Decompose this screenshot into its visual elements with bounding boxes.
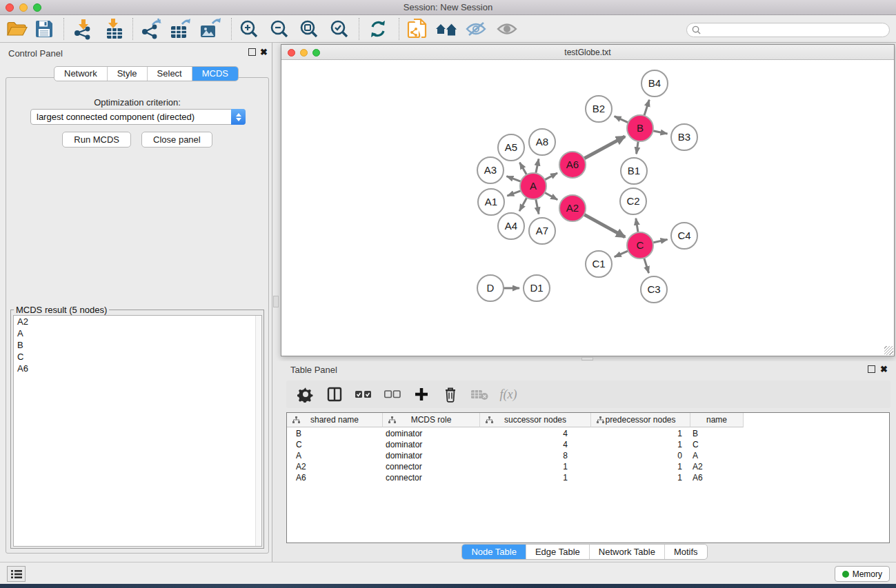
graph-node-A2[interactable]: A2 xyxy=(559,195,586,221)
column-header-MCDS-role[interactable]: MCDS role xyxy=(383,413,480,427)
home-view-button[interactable] xyxy=(434,17,459,41)
edge-B-B1[interactable] xyxy=(637,141,639,154)
search-field[interactable] xyxy=(686,23,890,37)
tab-style[interactable]: Style xyxy=(108,67,148,81)
function-builder-button[interactable]: f(x) xyxy=(499,385,518,404)
table-cell[interactable]: 1 xyxy=(480,472,591,483)
float-panel-button[interactable] xyxy=(248,48,256,56)
zoom-selected-button[interactable] xyxy=(327,17,352,41)
clone-network-button[interactable] xyxy=(405,17,430,41)
table-cell[interactable]: connector xyxy=(383,472,480,483)
zoom-out-button[interactable] xyxy=(267,17,292,41)
column-header-name[interactable]: name xyxy=(690,413,744,427)
save-session-button[interactable] xyxy=(32,17,57,41)
hide-graphics-button[interactable] xyxy=(464,17,488,41)
table-cell[interactable]: 4 xyxy=(480,439,591,450)
edge-A-A3[interactable] xyxy=(506,176,521,182)
column-header-shared-name[interactable]: shared name xyxy=(287,413,383,427)
graph-node-C2[interactable]: C2 xyxy=(620,188,646,214)
memory-button[interactable]: Memory xyxy=(835,566,890,582)
table-cell[interactable]: A2 xyxy=(287,461,383,472)
table-cell[interactable]: A6 xyxy=(287,472,383,483)
edge-B-B2[interactable] xyxy=(615,116,628,123)
window-titlebar[interactable]: Session: New Session xyxy=(0,0,896,15)
tab-mcds[interactable]: MCDS xyxy=(192,67,238,81)
edge-A-A1[interactable] xyxy=(507,191,521,196)
edge-A-A5[interactable] xyxy=(519,163,526,175)
close-panel-icon[interactable]: ✖ xyxy=(260,47,268,57)
edge-B-B3[interactable] xyxy=(653,131,668,134)
tab-network-table[interactable]: Network Table xyxy=(590,545,665,559)
tab-select[interactable]: Select xyxy=(148,67,192,81)
criterion-dropdown[interactable]: largest connected component (directed) xyxy=(30,109,246,125)
graph-node-A7[interactable]: A7 xyxy=(529,218,555,244)
export-network-button[interactable] xyxy=(139,17,163,41)
graph-node-C3[interactable]: C3 xyxy=(641,276,667,303)
tab-motifs[interactable]: Motifs xyxy=(665,545,707,559)
show-columns-button[interactable] xyxy=(325,385,344,404)
edge-A2-C[interactable] xyxy=(584,214,625,237)
unselect-all-columns-button[interactable] xyxy=(383,385,402,404)
vertical-split-grip[interactable] xyxy=(273,296,279,307)
edge-A-A4[interactable] xyxy=(519,198,527,211)
edge-B-B4[interactable] xyxy=(644,100,649,116)
table-row[interactable]: Bdominator41B xyxy=(287,428,889,439)
table-settings-button[interactable] xyxy=(296,385,315,404)
task-history-button[interactable] xyxy=(7,566,26,582)
table-cell[interactable]: 1 xyxy=(591,439,690,450)
result-list-item[interactable]: A xyxy=(14,327,261,339)
table-cell[interactable]: B xyxy=(690,428,744,439)
network-minimize-button[interactable] xyxy=(300,49,308,57)
network-close-button[interactable] xyxy=(288,49,295,57)
table-cell[interactable]: 4 xyxy=(480,428,591,439)
graph-node-B2[interactable]: B2 xyxy=(586,96,612,122)
table-cell[interactable]: dominator xyxy=(383,428,480,439)
search-input[interactable] xyxy=(704,26,883,35)
close-panel-button[interactable]: Close panel xyxy=(141,132,212,148)
graph-node-B4[interactable]: B4 xyxy=(641,70,668,97)
graph-node-C1[interactable]: C1 xyxy=(586,251,612,277)
table-row[interactable]: Adominator80A xyxy=(287,450,889,461)
network-zoom-button[interactable] xyxy=(312,49,320,57)
table-cell[interactable]: C xyxy=(287,439,383,450)
edge-A6-B[interactable] xyxy=(584,136,625,159)
table-cell[interactable]: A xyxy=(690,450,744,461)
graph-node-B1[interactable]: B1 xyxy=(621,158,647,184)
tab-network[interactable]: Network xyxy=(54,67,108,81)
edge-A-A8[interactable] xyxy=(536,159,539,173)
result-list-scrollbar[interactable] xyxy=(255,316,261,546)
graph-node-B[interactable]: B xyxy=(627,115,653,141)
edge-C-C2[interactable] xyxy=(636,219,638,233)
refresh-button[interactable] xyxy=(366,17,390,41)
tab-node-table[interactable]: Node Table xyxy=(462,545,526,559)
select-all-columns-button[interactable] xyxy=(354,385,373,404)
table-cell[interactable]: C xyxy=(690,439,744,450)
edge-C-C1[interactable] xyxy=(615,251,628,257)
export-table-button[interactable] xyxy=(168,17,193,41)
zoom-window-button[interactable] xyxy=(33,3,41,12)
result-list-item[interactable]: C xyxy=(14,351,261,363)
graph-node-A3[interactable]: A3 xyxy=(477,157,504,183)
graph-node-C[interactable]: C xyxy=(627,232,653,258)
edge-A-A7[interactable] xyxy=(536,199,539,214)
delete-table-button[interactable] xyxy=(470,385,489,404)
zoom-fit-button[interactable] xyxy=(297,17,321,41)
column-header-predecessor-nodes[interactable]: predecessor nodes xyxy=(591,413,690,427)
table-cell[interactable]: dominator xyxy=(383,439,480,450)
result-list-item[interactable]: B xyxy=(14,339,261,351)
result-list-item[interactable]: A2 xyxy=(14,316,261,327)
minimize-window-button[interactable] xyxy=(19,3,28,12)
import-network-button[interactable] xyxy=(71,17,96,41)
tab-edge-table[interactable]: Edge Table xyxy=(526,545,590,559)
table-row[interactable]: A2connector11A2 xyxy=(287,461,889,472)
network-canvas[interactable]: B4B2BB3B1A5A8A6A3AA1A2C2A4A7C4CC1C3DD1 xyxy=(281,60,894,356)
graph-node-A[interactable]: A xyxy=(520,173,546,199)
zoom-in-button[interactable] xyxy=(237,17,261,41)
table-row[interactable]: Cdominator41C xyxy=(287,439,889,450)
edge-C-C4[interactable] xyxy=(653,239,668,243)
edge-A-A6[interactable] xyxy=(545,173,557,180)
graph-node-D[interactable]: D xyxy=(477,275,504,301)
window-resize-grip[interactable] xyxy=(884,346,893,355)
export-image-button[interactable] xyxy=(198,17,223,41)
table-cell[interactable]: 1 xyxy=(480,461,591,472)
